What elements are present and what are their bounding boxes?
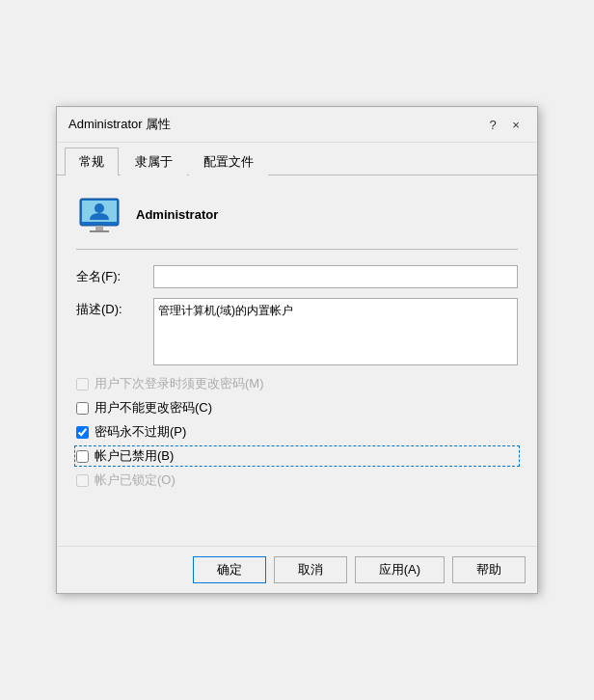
title-bar-buttons: ? × <box>483 115 526 134</box>
svg-point-2 <box>94 203 104 213</box>
account-locked-checkbox[interactable] <box>76 474 89 487</box>
cannot-change-password-checkbox[interactable] <box>76 402 89 415</box>
tab-general[interactable]: 常规 <box>65 148 119 175</box>
fullname-input[interactable] <box>153 265 518 288</box>
tab-profile[interactable]: 配置文件 <box>189 148 268 175</box>
user-header: Administrator <box>76 191 518 250</box>
dialog-title: Administrator 属性 <box>68 116 171 133</box>
ok-button[interactable]: 确定 <box>193 556 266 583</box>
must-change-password-label[interactable]: 用户下次登录时须更改密码(M) <box>94 375 264 392</box>
bottom-buttons: 确定 取消 应用(A) 帮助 <box>57 546 537 593</box>
tab-content: Administrator 全名(F): 描述(D): 管理计算机(域)的内置帐… <box>57 175 537 507</box>
checkbox-must-change-password: 用户下次登录时须更改密码(M) <box>76 375 518 392</box>
checkbox-password-never-expires: 密码永不过期(P) <box>76 423 518 441</box>
checkbox-account-disabled: 帐户已禁用(B) <box>76 447 518 465</box>
account-locked-label[interactable]: 帐户已锁定(O) <box>94 471 176 489</box>
user-avatar <box>76 191 122 237</box>
password-never-expires-label[interactable]: 密码永不过期(P) <box>94 423 186 441</box>
help-button[interactable]: 帮助 <box>452 556 526 583</box>
fullname-row: 全名(F): <box>76 265 518 288</box>
tab-bar: 常规 隶属于 配置文件 <box>57 143 537 175</box>
fullname-label: 全名(F): <box>76 265 153 285</box>
checkbox-account-locked: 帐户已锁定(O) <box>76 471 518 489</box>
tab-member-of[interactable]: 隶属于 <box>121 148 187 175</box>
account-disabled-label[interactable]: 帐户已禁用(B) <box>94 447 174 465</box>
description-label: 描述(D): <box>76 298 153 318</box>
checkbox-cannot-change-password: 用户不能更改密码(C) <box>76 399 518 417</box>
title-bar: Administrator 属性 ? × <box>57 107 537 143</box>
must-change-password-checkbox[interactable] <box>76 378 89 390</box>
user-display-name: Administrator <box>136 207 218 222</box>
close-button[interactable]: × <box>506 115 526 134</box>
cannot-change-password-label[interactable]: 用户不能更改密码(C) <box>94 399 212 417</box>
checkboxes-section: 用户下次登录时须更改密码(M) 用户不能更改密码(C) 密码永不过期(P) 帐户… <box>76 375 518 489</box>
description-textarea[interactable]: 管理计算机(域)的内置帐户 <box>153 298 518 365</box>
apply-button[interactable]: 应用(A) <box>355 556 445 583</box>
cancel-button[interactable]: 取消 <box>274 556 347 583</box>
svg-rect-3 <box>95 226 103 230</box>
description-row: 描述(D): 管理计算机(域)的内置帐户 <box>76 298 518 365</box>
help-title-button[interactable]: ? <box>483 115 502 134</box>
dialog: Administrator 属性 ? × 常规 隶属于 配置文件 <box>56 106 538 594</box>
svg-rect-4 <box>90 230 109 232</box>
password-never-expires-checkbox[interactable] <box>76 426 89 439</box>
account-disabled-checkbox[interactable] <box>76 450 89 463</box>
